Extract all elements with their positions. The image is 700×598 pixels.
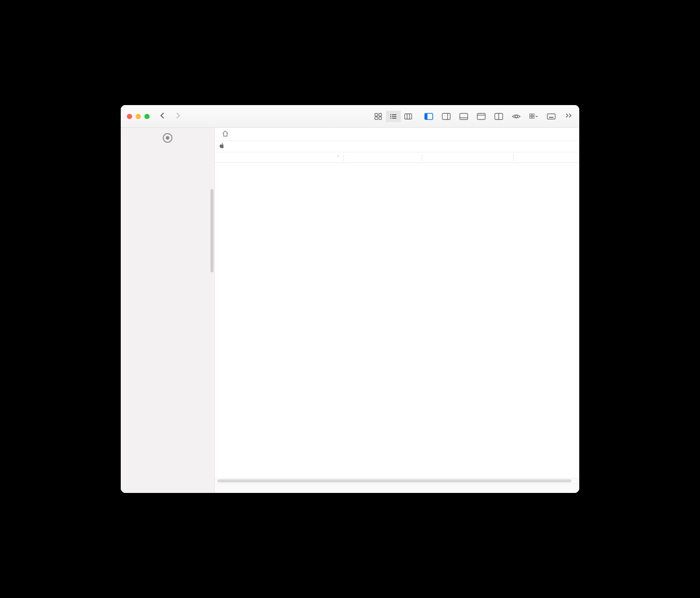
svg-rect-2: [375, 117, 378, 120]
svg-point-8: [390, 117, 392, 119]
sidebar-scrollbar[interactable]: [210, 189, 214, 272]
back-button[interactable]: [159, 112, 166, 121]
sort-asc-icon: ˆ: [337, 155, 339, 160]
svg-rect-27: [532, 116, 534, 118]
svg-rect-9: [392, 118, 396, 119]
svg-rect-10: [405, 114, 412, 119]
svg-point-4: [390, 114, 392, 115]
main-pane: ˆ: [215, 128, 579, 493]
list-view-button[interactable]: [386, 111, 401, 122]
status-bar: [215, 483, 579, 493]
titlebar: [121, 105, 579, 128]
window-controls: [127, 114, 150, 119]
sidebar: [121, 128, 215, 493]
zoom-icon[interactable]: [144, 114, 150, 119]
finder-window: ˆ: [121, 105, 579, 493]
recent-folders-heading: [121, 159, 214, 165]
svg-rect-7: [392, 116, 396, 117]
horizontal-scrollbar[interactable]: [215, 478, 579, 483]
close-icon[interactable]: [127, 114, 132, 119]
svg-rect-14: [425, 113, 427, 120]
svg-rect-0: [375, 113, 378, 116]
column-name[interactable]: ˆ: [228, 155, 343, 160]
svg-rect-1: [379, 113, 382, 116]
tags-heading: [121, 172, 214, 178]
svg-rect-5: [392, 114, 396, 115]
icon-view-button[interactable]: [371, 111, 386, 122]
statusbar-toggle-button[interactable]: [459, 113, 468, 120]
svg-point-23: [515, 115, 518, 118]
column-view-button[interactable]: [401, 111, 416, 122]
forward-button[interactable]: [174, 112, 181, 121]
home-icon[interactable]: [222, 130, 229, 138]
svg-point-6: [390, 116, 392, 117]
svg-rect-17: [460, 113, 468, 120]
group-by-button[interactable]: [529, 113, 538, 120]
dual-pane-button[interactable]: [494, 113, 503, 120]
minimize-icon[interactable]: [136, 114, 141, 119]
svg-rect-19: [477, 113, 485, 120]
keyboard-button[interactable]: [547, 113, 556, 120]
drop-stack-icon[interactable]: [163, 133, 172, 143]
svg-rect-24: [530, 114, 532, 116]
svg-rect-26: [530, 116, 532, 118]
file-list[interactable]: [215, 163, 579, 478]
toolbar-overflow-button[interactable]: [565, 113, 573, 120]
svg-rect-29: [549, 117, 553, 118]
sidebar-toggle-button[interactable]: [424, 113, 433, 120]
apple-icon[interactable]: [219, 143, 227, 150]
svg-rect-28: [547, 114, 555, 119]
search-for-heading: [121, 165, 214, 172]
view-mode-group: [371, 111, 416, 122]
nav-arrows: [159, 112, 181, 121]
svg-rect-25: [532, 114, 534, 116]
recent-documents-heading: [121, 153, 214, 159]
quicklook-button[interactable]: [512, 113, 521, 120]
svg-rect-15: [442, 113, 450, 120]
svg-rect-3: [379, 117, 382, 120]
column-headers: ˆ: [215, 152, 579, 163]
path-bar: [215, 141, 579, 152]
preview-toggle-button[interactable]: [442, 113, 451, 120]
favorites-heading: [121, 147, 214, 153]
drop-stack-label: [121, 128, 214, 131]
favorites-bar: [215, 128, 579, 141]
pathbar-toggle-button[interactable]: [477, 113, 486, 120]
